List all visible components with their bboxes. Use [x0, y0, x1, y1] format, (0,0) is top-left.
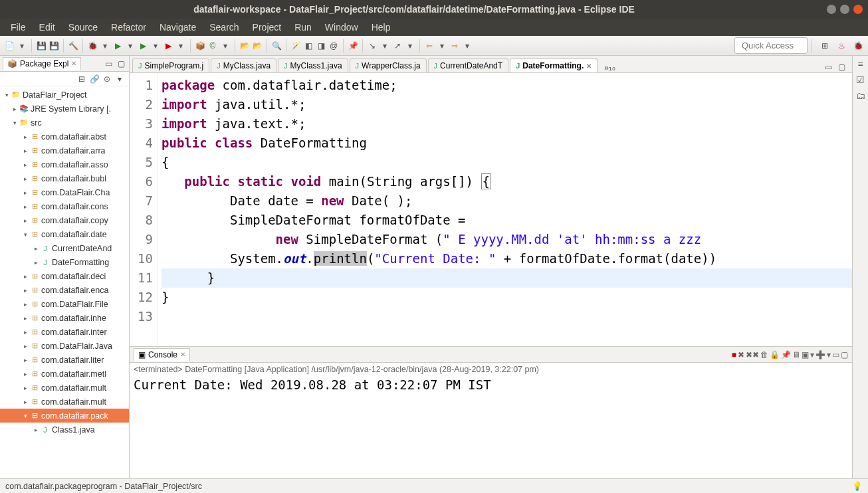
- maximize-button[interactable]: [840, 5, 849, 14]
- open-task-icon[interactable]: 📂: [252, 41, 263, 51]
- view-menu-icon[interactable]: ▾: [114, 74, 125, 84]
- tree-pkg[interactable]: ▸⊞com.dataflair.metl: [0, 367, 129, 381]
- menu-run[interactable]: Run: [289, 21, 317, 34]
- wand-icon[interactable]: 🪄: [290, 41, 301, 51]
- project-tree[interactable]: ▾📁DataFlair_Project ▸📚JRE System Library…: [0, 86, 129, 478]
- dropdown-icon[interactable]: ▾: [175, 41, 186, 51]
- link-icon[interactable]: 🔗: [89, 74, 100, 84]
- coverage-icon[interactable]: ▶: [138, 41, 148, 51]
- tree-pkg[interactable]: ▸⊞com.dataflair.inhe: [0, 311, 129, 325]
- tab-myclass[interactable]: JMyClass.java: [211, 58, 276, 72]
- tree-pkg-open[interactable]: ▾⊞com.dataflair.date: [0, 227, 129, 241]
- toggle-icon[interactable]: ◧: [303, 41, 314, 51]
- perspective-java-icon[interactable]: ♨: [835, 40, 847, 52]
- menu-project[interactable]: Project: [247, 21, 287, 34]
- dropdown-icon[interactable]: ▾: [125, 41, 136, 51]
- tree-pkg[interactable]: ▸⊞com.dataflair.arra: [0, 144, 129, 157]
- perspective-open-icon[interactable]: ⊞: [819, 40, 831, 52]
- minimize-view-icon[interactable]: ▭: [832, 350, 839, 359]
- outline-icon[interactable]: 🗂: [856, 90, 865, 101]
- dropdown-icon[interactable]: ▾: [405, 41, 415, 51]
- dropdown-icon[interactable]: ▾: [462, 41, 473, 51]
- new-class-icon[interactable]: ©: [207, 41, 218, 51]
- pin-icon[interactable]: 📌: [781, 350, 791, 359]
- tree-pkg[interactable]: ▸⊞com.dataflair.copy: [0, 213, 129, 227]
- close-button[interactable]: [853, 5, 863, 14]
- minimize-view-icon[interactable]: ▭: [103, 58, 114, 69]
- external-icon[interactable]: ▶: [163, 41, 173, 51]
- quick-access-input[interactable]: Quick Access: [734, 37, 808, 54]
- tree-pkg[interactable]: ▸⊞com.dataflair.bubl: [0, 171, 129, 185]
- menu-help[interactable]: Help: [366, 21, 396, 34]
- console-tab[interactable]: ▣ Console ✕: [134, 348, 190, 361]
- menu-source[interactable]: Source: [63, 21, 103, 34]
- remove-icon[interactable]: ✖: [738, 350, 744, 359]
- save-all-icon[interactable]: 💾: [49, 41, 59, 51]
- menu-edit[interactable]: Edit: [34, 21, 60, 34]
- tree-project[interactable]: ▾📁DataFlair_Project: [0, 88, 129, 102]
- package-explorer-tab[interactable]: 📦 Package Expl ✕: [3, 57, 81, 70]
- tree-pkg[interactable]: ▸⊞com.dataflair.abst: [0, 130, 129, 144]
- debug-icon[interactable]: 🐞: [87, 41, 98, 51]
- dropdown-icon[interactable]: ▾: [220, 41, 231, 51]
- pin-icon[interactable]: 📌: [348, 41, 358, 51]
- outline-view-icon[interactable]: ≡: [857, 58, 863, 69]
- tree-file[interactable]: ▸JDateFormatting: [0, 255, 129, 269]
- tab-dateformatting[interactable]: JDateFormatting.✕: [510, 58, 597, 72]
- dropdown-icon[interactable]: ▾: [100, 41, 110, 51]
- close-icon[interactable]: ✕: [71, 60, 76, 67]
- console-output[interactable]: Current Date: Wed 2019.08.28 at 03:22:07…: [130, 376, 852, 478]
- run-icon[interactable]: ▶: [112, 41, 123, 51]
- annotation-icon[interactable]: @: [328, 41, 339, 51]
- collapse-all-icon[interactable]: ⊟: [76, 74, 87, 84]
- tree-pkg[interactable]: ▸⊞com.dataflair.inter: [0, 325, 129, 339]
- tab-overflow-button[interactable]: »₁₀: [604, 63, 615, 72]
- save-icon[interactable]: 💾: [36, 41, 47, 51]
- maximize-editor-icon[interactable]: ▢: [836, 62, 847, 72]
- minimize-button[interactable]: [827, 5, 836, 14]
- scroll-lock-icon[interactable]: 🔒: [770, 350, 780, 359]
- tab-currentdate[interactable]: JCurrentDateAndT: [428, 58, 509, 72]
- tree-file[interactable]: ▸JClass1.java: [0, 423, 129, 437]
- close-icon[interactable]: ✕: [180, 351, 185, 358]
- dropdown-icon[interactable]: ▾: [437, 41, 447, 51]
- code-content[interactable]: package com.dataflair.datetime;import ja…: [158, 73, 852, 346]
- tree-pkg[interactable]: ▸⊞com.dataflair.cons: [0, 199, 129, 213]
- open-type-icon[interactable]: 📂: [239, 41, 250, 51]
- toggle2-icon[interactable]: ◨: [316, 41, 326, 51]
- menu-refactor[interactable]: Refactor: [106, 21, 152, 34]
- menu-file[interactable]: File: [5, 21, 31, 34]
- terminate-icon[interactable]: ■: [732, 350, 736, 359]
- new-package-icon[interactable]: 📦: [195, 41, 205, 51]
- tree-src[interactable]: ▾📁src: [0, 116, 129, 130]
- focus-icon[interactable]: ⊙: [102, 74, 112, 84]
- menu-search[interactable]: Search: [204, 21, 244, 34]
- code-editor[interactable]: 12345678910111213 package com.dataflair.…: [130, 73, 852, 347]
- tree-pkg[interactable]: ▸⊞com.DataFlair.Java: [0, 339, 129, 353]
- maximize-view-icon[interactable]: ▢: [116, 58, 126, 69]
- dropdown-icon[interactable]: ▾: [810, 350, 814, 359]
- tab-wrapperclass[interactable]: JWrapperClass.ja: [350, 58, 427, 72]
- dropdown-icon[interactable]: ▾: [380, 41, 390, 51]
- prev-icon[interactable]: ↗: [392, 41, 403, 51]
- dropdown-icon[interactable]: ▾: [150, 41, 161, 51]
- tree-pkg[interactable]: ▸⊞com.dataflair.deci: [0, 269, 129, 283]
- tree-pkg[interactable]: ▸⊞com.dataflair.liter: [0, 353, 129, 367]
- tree-pkg[interactable]: ▸⊞com.dataflair.mult: [0, 381, 129, 395]
- tree-jre[interactable]: ▸📚JRE System Library [.: [0, 102, 129, 116]
- next-icon[interactable]: ↘: [367, 41, 378, 51]
- tab-myclass1[interactable]: JMyClass1.java: [278, 58, 348, 72]
- tree-pkg[interactable]: ▸⊞com.dataflair.asso: [0, 157, 129, 171]
- dropdown-icon[interactable]: ▾: [827, 350, 831, 359]
- tree-pkg[interactable]: ▸⊞com.DataFlair.Cha: [0, 185, 129, 199]
- menu-window[interactable]: Window: [320, 21, 364, 34]
- build-icon[interactable]: 🔨: [68, 41, 78, 51]
- maximize-view-icon[interactable]: ▢: [841, 350, 848, 359]
- minimize-editor-icon[interactable]: ▭: [823, 62, 833, 72]
- new-icon[interactable]: 📄: [4, 41, 15, 51]
- clear-icon[interactable]: 🗑: [760, 350, 768, 359]
- new-console-icon[interactable]: ➕: [815, 350, 825, 359]
- dropdown-icon[interactable]: ▾: [17, 41, 27, 51]
- tab-simpleprogram[interactable]: JSimpleProgram.j: [132, 58, 209, 72]
- tree-pkg-selected[interactable]: ▾⊞com.dataflair.pack: [0, 409, 129, 423]
